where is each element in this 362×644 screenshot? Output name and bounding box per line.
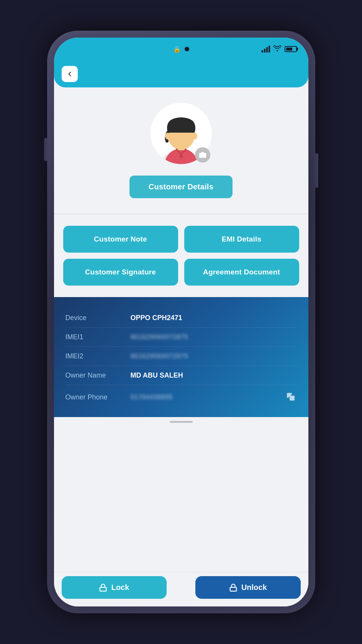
svg-rect-9 — [230, 587, 237, 591]
device-label: Device — [66, 314, 131, 322]
customer-details-button[interactable]: Customer Details — [129, 176, 233, 198]
back-button[interactable] — [62, 66, 78, 82]
imei1-value: 861629060072875 — [131, 333, 297, 341]
status-indicators — [262, 45, 297, 53]
battery-icon — [285, 46, 297, 52]
device-value: OPPO CPH2471 — [131, 314, 297, 322]
customer-note-button[interactable]: Customer Note — [63, 226, 178, 253]
unlock-label: Unlock — [241, 583, 267, 592]
table-row: IMEI1 861629060072875 — [66, 328, 297, 347]
imei2-value: 861629060072875 — [131, 352, 297, 360]
phone-frame: 🔒 — [47, 31, 315, 613]
status-bar-center: 🔒 — [173, 46, 189, 53]
table-row: IMEI2 861629060072875 — [66, 347, 297, 366]
owner-phone-value: 01784438895 — [131, 393, 282, 401]
device-info-section: Device OPPO CPH2471 IMEI1 86162906007287… — [54, 297, 308, 417]
bottom-bar: Lock Unlock — [54, 572, 308, 606]
unlock-button[interactable]: Unlock — [195, 576, 301, 599]
lock-status-icon: 🔒 — [173, 46, 181, 53]
lock-label: Lock — [111, 583, 129, 592]
main-scroll-area[interactable]: Customer Details Customer Note EMI Detai… — [54, 87, 308, 606]
table-row: Owner Name MD ABU SALEH — [66, 366, 297, 385]
profile-section: Customer Details — [54, 87, 308, 210]
svg-rect-7 — [290, 396, 295, 401]
owner-name-value: MD ABU SALEH — [131, 371, 297, 380]
table-row: Device OPPO CPH2471 — [66, 309, 297, 328]
camera-notch — [185, 47, 189, 51]
top-nav-bar — [54, 61, 308, 87]
owner-name-label: Owner Name — [66, 371, 131, 380]
section-divider-1 — [54, 214, 308, 214]
scroll-indicator — [54, 417, 308, 424]
svg-rect-8 — [100, 587, 106, 591]
camera-button[interactable] — [195, 147, 210, 163]
owner-phone-label: Owner Phone — [66, 393, 131, 401]
imei1-label: IMEI1 — [66, 333, 131, 341]
lock-button[interactable]: Lock — [62, 576, 167, 599]
svg-point-4 — [192, 133, 197, 140]
emi-details-button[interactable]: EMI Details — [184, 226, 299, 253]
svg-point-3 — [165, 133, 170, 140]
action-buttons-grid: Customer Note EMI Details Customer Signa… — [54, 218, 308, 293]
status-bar: 🔒 — [54, 38, 308, 61]
avatar-wrap — [151, 103, 212, 164]
svg-point-5 — [180, 155, 183, 158]
copy-phone-button[interactable] — [285, 391, 297, 404]
imei2-label: IMEI2 — [66, 352, 131, 360]
svg-point-6 — [201, 154, 204, 157]
table-row: Owner Phone 01784438895 — [66, 385, 297, 409]
signal-icon — [262, 46, 270, 53]
wifi-icon — [273, 45, 282, 53]
agreement-document-button[interactable]: Agreement Document — [184, 259, 299, 286]
scroll-pill — [170, 421, 193, 423]
customer-signature-button[interactable]: Customer Signature — [63, 259, 178, 286]
phone-screen: 🔒 — [54, 38, 308, 606]
